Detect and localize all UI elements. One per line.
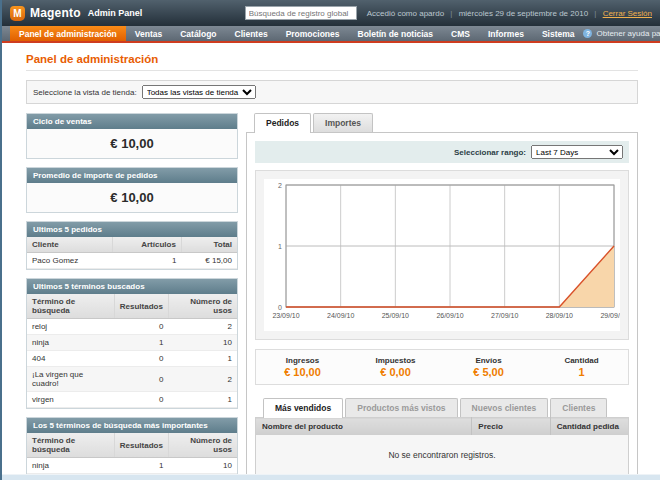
cell: ¡La virgen que cuadro! bbox=[27, 367, 114, 392]
column-header-numero-de-usos: Número de usos bbox=[168, 294, 237, 319]
table-row[interactable]: ninja110 bbox=[27, 458, 237, 474]
chart-panel: Seleccionar rango: Last 7 Days 01223/09/… bbox=[246, 132, 638, 480]
totals-row: Ingresos€ 10,00Impuestos€ 0,00Envíos€ 5,… bbox=[255, 349, 629, 385]
tab-importes[interactable]: Importes bbox=[313, 113, 373, 132]
cell: 1 bbox=[114, 458, 168, 474]
cell: 10 bbox=[168, 458, 237, 474]
tab-nuevos-clientes[interactable]: Nuevos clientes bbox=[460, 398, 549, 417]
column-header-termino-de-busqueda: Término de búsqueda bbox=[27, 433, 114, 458]
metric-label: Envíos bbox=[442, 356, 535, 365]
cell: 0 bbox=[114, 367, 168, 392]
store-view-select[interactable]: Todas las vistas de tienda bbox=[142, 85, 256, 99]
box-title: Ciclo de ventas bbox=[27, 114, 237, 129]
table-row[interactable]: Paco Gomez1€ 15,00 bbox=[27, 253, 237, 269]
tab-mas-vendidos[interactable]: Más vendidos bbox=[263, 398, 343, 418]
last-orders-table: ClienteArtículosTotalPaco Gomez1€ 15,00 bbox=[27, 237, 237, 269]
magento-admin-dashboard: { "header": { "logo_name": "Magento", "l… bbox=[0, 0, 660, 480]
nav-item-promociones[interactable]: Promociones bbox=[277, 26, 349, 41]
column-header-cliente: Cliente bbox=[27, 237, 112, 253]
metric-envios: Envíos€ 5,00 bbox=[442, 356, 535, 378]
nav-item-cms[interactable]: CMS bbox=[442, 26, 479, 41]
page-bottom-strip bbox=[2, 474, 660, 480]
separator: | bbox=[450, 9, 452, 18]
help-label: Obtener ayuda para esta página bbox=[596, 29, 660, 38]
logo-name: Magento bbox=[30, 6, 81, 20]
orders-chart: 01223/09/1024/09/1025/09/1026/09/1027/09… bbox=[255, 170, 629, 340]
table-row[interactable]: ¡La virgen que cuadro!02 bbox=[27, 367, 237, 392]
header-user-area: Accedió como apardo | miércoles 29 de se… bbox=[367, 9, 652, 18]
cell: 0 bbox=[114, 392, 168, 408]
chart-tabs: PedidosImportes bbox=[246, 113, 638, 132]
cell: 1 bbox=[112, 253, 181, 269]
column-header-termino-de-busqueda: Término de búsqueda bbox=[27, 294, 114, 319]
metric-impuestos: Impuestos€ 0,00 bbox=[349, 356, 442, 378]
nav-item-ventas[interactable]: Ventas bbox=[126, 26, 171, 41]
nav-item-catalogo[interactable]: Catálogo bbox=[171, 26, 225, 41]
current-date-text: miércoles 29 de septiembre de 2010 bbox=[459, 9, 588, 18]
cell: € 15,00 bbox=[181, 253, 237, 269]
tab-productos-mas-vistos[interactable]: Productos más vistos bbox=[345, 398, 457, 417]
help-icon: ? bbox=[583, 29, 592, 38]
column-header-nombre-del-producto: Nombre del producto bbox=[256, 418, 472, 436]
cell: 1 bbox=[114, 335, 168, 351]
dashboard-right-column: PedidosImportes Seleccionar rango: Last … bbox=[246, 113, 638, 480]
cell: 0 bbox=[114, 319, 168, 335]
box-title: Los 5 términos de búsqueda más important… bbox=[27, 418, 237, 433]
sales-cycle-value: € 10,00 bbox=[27, 129, 237, 158]
cell: reloj bbox=[27, 319, 114, 335]
last-search-terms-table: Término de búsquedaResultadosNúmero de u… bbox=[27, 294, 237, 408]
cell: ninja bbox=[27, 335, 114, 351]
last-search-terms-box: Ultimos 5 términos buscados Término de b… bbox=[26, 278, 238, 409]
header-bar: M Magento Admin Panel Accedió como apard… bbox=[2, 0, 660, 26]
svg-text:23/09/10: 23/09/10 bbox=[272, 312, 299, 319]
separator: | bbox=[594, 9, 596, 18]
svg-text:29/09/10: 29/09/10 bbox=[600, 312, 620, 319]
svg-text:27/09/10: 27/09/10 bbox=[491, 312, 518, 319]
range-select[interactable]: Last 7 Days bbox=[531, 145, 623, 159]
nav-item-sistema[interactable]: Sistema bbox=[533, 26, 584, 41]
svg-text:24/09/10: 24/09/10 bbox=[327, 312, 354, 319]
help-link[interactable]: ? Obtener ayuda para esta página bbox=[583, 26, 660, 41]
svg-text:25/09/10: 25/09/10 bbox=[382, 312, 409, 319]
average-order-box: Promedio de importe de pedidos € 10,00 bbox=[26, 167, 238, 213]
column-header-resultados: Resultados bbox=[114, 433, 168, 458]
table-row[interactable]: reloj02 bbox=[27, 319, 237, 335]
metric-value: € 0,00 bbox=[349, 366, 442, 378]
nav-item-panel-de-administracion[interactable]: Panel de administración bbox=[10, 26, 126, 41]
metric-value: € 10,00 bbox=[256, 366, 349, 378]
last-orders-box: Ultimos 5 pedidos ClienteArtículosTotalP… bbox=[26, 221, 238, 270]
cell: 1 bbox=[168, 351, 237, 367]
table-row[interactable]: virgen01 bbox=[27, 392, 237, 408]
store-view-label: Seleccione la vista de tienda: bbox=[33, 88, 137, 97]
cell: virgen bbox=[27, 392, 114, 408]
global-search-input[interactable] bbox=[245, 6, 357, 20]
range-label: Seleccionar rango: bbox=[454, 148, 526, 157]
svg-text:2: 2 bbox=[278, 182, 282, 189]
svg-text:26/09/10: 26/09/10 bbox=[436, 312, 463, 319]
tab-clientes[interactable]: Clientes bbox=[550, 398, 607, 417]
page-title: Panel de administración bbox=[26, 53, 638, 71]
cell: 0 bbox=[114, 351, 168, 367]
logout-link[interactable]: Cerrar Sesión bbox=[603, 9, 652, 18]
metric-ingresos: Ingresos€ 10,00 bbox=[256, 356, 349, 378]
dashboard-left-column: Ciclo de ventas € 10,00 Promedio de impo… bbox=[26, 113, 238, 480]
no-records-text: No se encontraron registros. bbox=[256, 435, 629, 478]
nav-item-informes[interactable]: Informes bbox=[479, 26, 533, 41]
cell: 2 bbox=[168, 367, 237, 392]
cell: ninja bbox=[27, 458, 114, 474]
svg-text:1: 1 bbox=[278, 243, 282, 250]
box-title: Ultimos 5 términos buscados bbox=[27, 279, 237, 294]
cell: 404 bbox=[27, 351, 114, 367]
metric-value: 1 bbox=[535, 366, 628, 378]
tab-pedidos[interactable]: Pedidos bbox=[254, 113, 311, 133]
nav-item-boletin-de-noticias[interactable]: Boletín de noticias bbox=[349, 26, 443, 41]
magento-logo: M Magento Admin Panel bbox=[10, 6, 142, 21]
top-search-terms-table: Término de búsquedaResultadosNúmero de u… bbox=[27, 433, 237, 480]
table-row[interactable]: ninja110 bbox=[27, 335, 237, 351]
cell: 10 bbox=[168, 335, 237, 351]
table-row[interactable]: 40401 bbox=[27, 351, 237, 367]
nav-item-clientes[interactable]: Clientes bbox=[226, 26, 277, 41]
grid-tabs: Más vendidosProductos más vistosNuevos c… bbox=[255, 398, 629, 417]
column-header-resultados: Resultados bbox=[114, 294, 168, 319]
metric-label: Ingresos bbox=[256, 356, 349, 365]
